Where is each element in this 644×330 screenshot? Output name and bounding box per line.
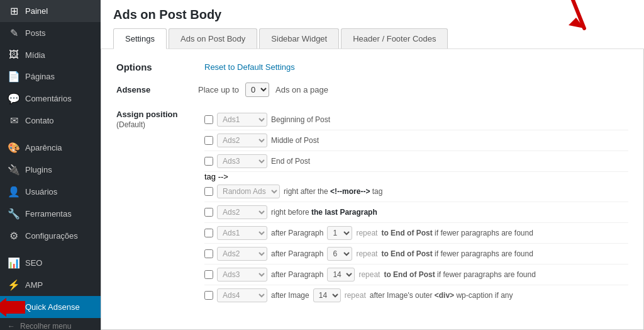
ad-row-9-number[interactable]: 14 <box>313 288 341 302</box>
ad-row-3: Ads3 End of Post <box>204 151 628 172</box>
settings-icon: ⚙ <box>8 230 20 242</box>
ad-row-2-slot[interactable]: Ads2 <box>217 134 267 147</box>
tab-header-footer-codes[interactable]: Header / Footer Codes <box>341 28 448 48</box>
ad-row-6-checkbox[interactable] <box>204 229 213 237</box>
ad-row-6-repeat: repeat <box>356 229 377 237</box>
ad-row-7-end: to End of Post if fewer paragraphs are f… <box>381 249 533 258</box>
sidebar-item-plugins[interactable]: 🔌 Plugins <box>0 159 101 181</box>
assign-position-label: Assign position <box>116 110 204 120</box>
sidebar-item-posts[interactable]: ✎ Posts <box>0 22 101 44</box>
sidebar-item-paginas[interactable]: 📄 Páginas <box>0 65 101 88</box>
mail-icon: ✉ <box>8 115 20 127</box>
amp-icon: ⚡ <box>8 279 20 291</box>
place-up-to-label: Place up to <box>198 85 239 94</box>
tab-sidebar-widget[interactable]: Sidebar Widget <box>259 28 339 48</box>
sidebar-item-configuracoes[interactable]: ⚙ Configurações <box>0 225 101 247</box>
sidebar-item-painel[interactable]: ⊞ Painel <box>0 0 101 22</box>
ad-row-1: Ads1 Beginning of Post <box>204 110 628 130</box>
sidebar-item-comentarios[interactable]: 💬 Comentários <box>0 88 101 110</box>
page-header: Ads on Post Body Settings Ads on Post Bo… <box>101 0 644 49</box>
ad-row-9: Ads4 after Image 14 repeat after Image's… <box>204 285 628 305</box>
ad-row-3-checkbox[interactable] <box>204 157 213 166</box>
ad-row-8-after: after Paragraph <box>271 270 323 279</box>
main-content: Ads on Post Body Settings Ads on Post Bo… <box>101 0 644 330</box>
tools-icon: 🔧 <box>8 208 20 220</box>
ad-row-2-position: Middle of Post <box>271 136 319 145</box>
ad-row-2: Ads2 Middle of Post <box>204 130 628 151</box>
tab-container: Settings Ads on Post Body Sidebar Widget… <box>113 28 631 48</box>
ad-row-9-end: after Image's outer <div> wp-caption if … <box>370 291 513 300</box>
content-area: Options Reset to Default Settings Adsens… <box>101 49 644 330</box>
plugins-icon: 🔌 <box>8 164 20 176</box>
assign-rows: Ads1 Beginning of Post Ads2 Middle of Po… <box>204 110 628 305</box>
tab-settings[interactable]: Settings <box>113 28 167 49</box>
sidebar-item-amp[interactable]: ⚡ AMP <box>0 274 101 296</box>
ads-on-page-label: Ads on a page <box>275 85 328 94</box>
sidebar-item-ferramentas[interactable]: 🔧 Ferramentas <box>0 203 101 225</box>
ad-row-6-end: to End of Post if fewer paragraphs are f… <box>381 229 533 237</box>
ad-row-9-slot[interactable]: Ads4 <box>217 288 267 302</box>
ad-row-8-slot[interactable]: Ads3 <box>217 268 267 282</box>
seo-icon: 📊 <box>8 257 20 269</box>
adsense-row: Adsense Place up to 0123 Ads on a page <box>116 82 628 97</box>
ad-row-6-slot[interactable]: Ads1 <box>217 226 267 240</box>
ad-row-4-slot[interactable]: Random Ads <box>217 185 280 198</box>
ad-row-9-after: after Image <box>271 291 309 300</box>
ad-row-7: Ads2 after Paragraph 6 repeat to End of … <box>204 244 628 265</box>
media-icon: 🖼 <box>8 49 20 60</box>
collapse-menu[interactable]: ← Recolher menu <box>0 318 101 330</box>
posts-icon: ✎ <box>8 27 20 39</box>
sidebar-item-seo[interactable]: 📊 SEO <box>0 252 101 274</box>
options-label: Options <box>116 62 192 72</box>
ad-row-7-after: after Paragraph <box>271 249 323 258</box>
ad-row-7-number[interactable]: 6 <box>327 247 352 261</box>
ad-row-8-repeat: repeat <box>358 270 380 279</box>
sidebar-item-quick-adsense[interactable]: ⚙ Quick Adsense <box>0 296 101 318</box>
place-up-to-select[interactable]: 0123 <box>245 82 269 97</box>
ad-row-1-slot[interactable]: Ads1 <box>217 113 267 127</box>
appearance-icon: 🎨 <box>8 142 20 154</box>
sidebar-item-usuarios[interactable]: 👤 Usuários <box>0 181 101 203</box>
collapse-icon: ← <box>8 322 15 330</box>
ad-row-8-checkbox[interactable] <box>204 270 213 279</box>
ad-row-6-after: after Paragraph <box>271 229 323 237</box>
ad-row-9-repeat: repeat <box>345 291 366 300</box>
ad-row-3-slot[interactable]: Ads3 <box>217 154 267 168</box>
pages-icon: 📄 <box>8 71 20 82</box>
assign-position-sub: (Default) <box>116 120 204 129</box>
ad-row-8-number[interactable]: 14 <box>327 268 355 282</box>
ad-row-6-number[interactable]: 1 <box>327 226 352 240</box>
adsense-label: Adsense <box>116 85 192 94</box>
ad-row-4-checkbox[interactable] <box>204 187 213 196</box>
tabs: Settings Ads on Post Body Sidebar Widget… <box>113 28 631 48</box>
ad-row-5-checkbox[interactable] <box>204 208 213 217</box>
sidebar-item-contato[interactable]: ✉ Contato <box>0 110 101 132</box>
page-title: Ads on Post Body <box>113 0 631 22</box>
ad-row-7-checkbox[interactable] <box>204 249 213 258</box>
ad-row-2-checkbox[interactable] <box>204 136 213 145</box>
ad-row-9-checkbox[interactable] <box>204 291 213 300</box>
ad-row-7-repeat: repeat <box>356 249 377 258</box>
ad-row-4: Random Ads right after the <!--more--> t… <box>204 181 628 202</box>
ad-row-1-position: Beginning of Post <box>271 115 330 124</box>
ad-row-1-checkbox[interactable] <box>204 115 213 124</box>
assign-label-col: Assign position (Default) <box>116 110 204 305</box>
reset-link[interactable]: Reset to Default Settings <box>204 62 295 72</box>
ad-row-7-slot[interactable]: Ads2 <box>217 247 267 261</box>
options-header: Options Reset to Default Settings <box>116 62 628 72</box>
comments-icon: 💬 <box>8 93 20 105</box>
sidebar: ⊞ Painel ✎ Posts 🖼 Mídia 📄 Páginas 💬 Com… <box>0 0 101 330</box>
ad-row-6: Ads1 after Paragraph 1 repeat to End of … <box>204 223 628 244</box>
ad-row-5: Ads2 right before the last Paragraph <box>204 202 628 223</box>
ad-row-8-end: to End of Post if fewer paragraphs are f… <box>384 270 535 279</box>
quick-adsense-icon: ⚙ <box>8 301 20 313</box>
assign-section: Assign position (Default) Ads1 Beginning… <box>116 110 628 305</box>
sidebar-item-midia[interactable]: 🖼 Mídia <box>0 44 101 65</box>
ad-row-3-position: End of Post <box>271 157 310 166</box>
ad-row-5-position: right before the last Paragraph <box>271 208 377 217</box>
sidebar-item-aparencia[interactable]: 🎨 Aparência <box>0 137 101 159</box>
ad-row-5-slot[interactable]: Ads2 <box>217 205 267 219</box>
tab-ads-on-post-body[interactable]: Ads on Post Body <box>169 28 257 48</box>
users-icon: 👤 <box>8 186 20 198</box>
ad-row-8: Ads3 after Paragraph 14 repeat to End of… <box>204 265 628 285</box>
